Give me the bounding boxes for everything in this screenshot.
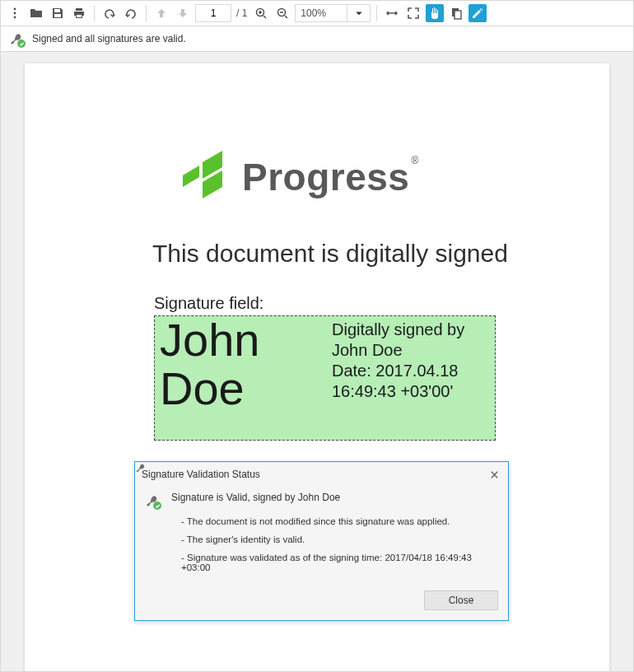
svg-rect-6 [455, 11, 461, 19]
document-viewport[interactable]: Progress® This document is digitally sig… [1, 52, 633, 671]
page-number-input[interactable] [195, 4, 231, 22]
signature-status-bar: Signed and all signatures are valid. [1, 26, 633, 52]
zoom-select[interactable]: 100% [295, 4, 371, 22]
signature-field[interactable]: John Doe Digitally signed by John Doe Da… [154, 315, 496, 441]
signature-detail-signer: Digitally signed by John Doe [332, 320, 493, 361]
signature-field-label: Signature field: [154, 294, 263, 313]
brand-logo-block: Progress® [178, 151, 418, 203]
signer-name: John Doe [160, 316, 325, 413]
svg-point-2 [14, 16, 16, 19]
zoom-in-icon[interactable] [252, 4, 270, 22]
save-icon[interactable] [49, 4, 67, 22]
signature-valid-icon [9, 31, 24, 46]
arrow-down-icon[interactable] [174, 4, 192, 22]
menu-more-icon[interactable] [6, 4, 24, 22]
zoom-value-label: 100% [296, 7, 347, 19]
toolbar: / 1 100% [1, 1, 633, 26]
copy-icon[interactable] [447, 4, 465, 22]
registered-mark: ® [411, 155, 418, 166]
document-headline: This document is digitally signed [152, 240, 508, 268]
fit-width-icon[interactable] [383, 4, 401, 22]
chevron-down-icon[interactable] [347, 5, 370, 21]
progress-logo-icon [178, 151, 231, 203]
signature-status-text: Signed and all signatures are valid. [32, 33, 186, 44]
arrow-up-icon[interactable] [152, 4, 170, 22]
document-page: Progress® This document is digitally sig… [25, 63, 609, 671]
undo-icon[interactable] [100, 4, 119, 22]
print-icon[interactable] [70, 4, 88, 22]
redo-icon[interactable] [122, 4, 140, 22]
signature-detail-date: Date: 2017.04.18 16:49:43 +03'00' [332, 361, 493, 402]
pen-icon [135, 462, 508, 620]
svg-point-0 [14, 8, 16, 11]
separator [376, 5, 377, 21]
signature-validation-dialog: Signature Validation Status Signature is… [134, 461, 509, 621]
pan-tool-button[interactable] [426, 4, 444, 22]
fit-page-icon[interactable] [404, 4, 422, 22]
signature-valid-icon [145, 493, 160, 508]
separator [146, 5, 147, 21]
brand-name-text: Progress [242, 156, 409, 198]
svg-point-1 [14, 12, 16, 15]
highlight-tool-button[interactable] [469, 4, 487, 22]
page-total-label: / 1 [236, 7, 247, 19]
zoom-out-icon[interactable] [273, 4, 291, 22]
open-folder-icon[interactable] [27, 4, 45, 22]
separator [94, 5, 95, 21]
